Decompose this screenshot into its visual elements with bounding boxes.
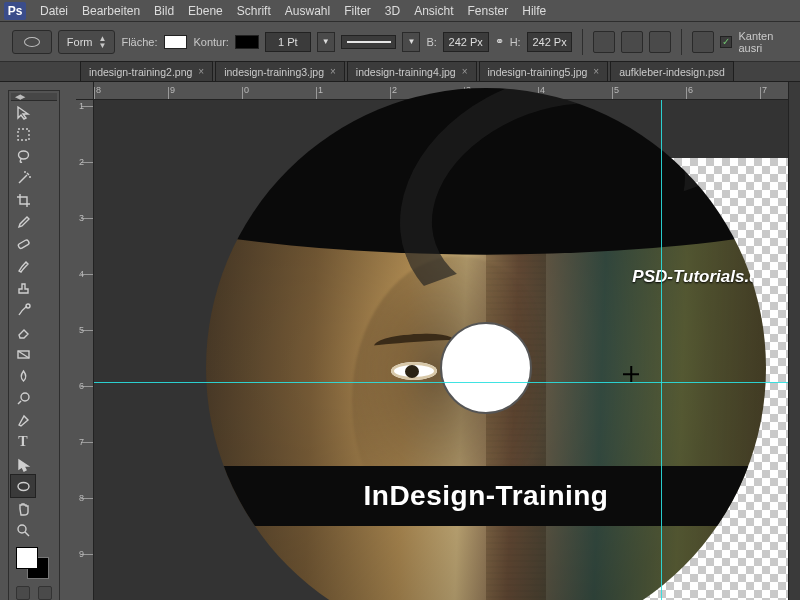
antialias-label: Kanten ausri [738,30,800,54]
stroke-style-dropdown[interactable]: ▼ [402,32,420,52]
fill-label: Fläche: [121,36,157,48]
dodge-tool[interactable] [11,387,35,409]
width-field[interactable]: 242 Px [443,32,489,52]
ellipse-shape-tool[interactable] [11,475,35,497]
guide-vertical[interactable] [661,100,662,600]
height-field[interactable]: 242 Px [527,32,573,52]
stroke-style-picker[interactable] [341,35,397,49]
crop-icon [16,193,31,208]
hand-icon [16,501,31,516]
svg-point-9 [18,151,28,159]
menu-help[interactable]: Hilfe [522,4,546,18]
ruler-origin[interactable] [76,82,94,100]
center-hole [440,322,532,414]
close-icon[interactable]: × [330,66,336,77]
ruler-tick-label: 1 [318,85,323,95]
menu-3d[interactable]: 3D [385,4,400,18]
ruler-vertical[interactable]: 123456789 [76,100,94,600]
eyedropper-tool[interactable] [11,211,35,233]
ruler-tick-label: 9 [170,85,175,95]
svg-point-16 [18,525,26,533]
stroke-width-field[interactable]: 1 Pt [265,32,311,52]
menu-window[interactable]: Fenster [468,4,509,18]
align-button[interactable] [621,31,643,53]
tab-doc-0[interactable]: indesign-training2.png × [80,61,213,81]
blur-tool[interactable] [11,365,35,387]
marquee-icon [16,127,31,142]
menu-layer[interactable]: Ebene [188,4,223,18]
ruler-tick-label: 7 [762,85,767,95]
ruler-tick-label: 2 [79,157,84,167]
link-wh-icon[interactable]: ⚭ [495,35,504,48]
heal-tool[interactable] [11,233,35,255]
arrange-button[interactable] [649,31,671,53]
tab-doc-2[interactable]: indesign-training4.jpg × [347,61,477,81]
svg-point-15 [18,482,29,490]
stroke-swatch[interactable] [235,35,259,49]
panel-dock[interactable] [788,82,800,600]
ruler-tick-label: 8 [96,85,101,95]
type-tool[interactable]: T [11,431,35,453]
standard-mode-button[interactable] [16,586,30,600]
eyedropper-icon [16,215,31,230]
move-tool[interactable] [11,101,35,123]
width-label: B: [426,36,436,48]
menu-type[interactable]: Schrift [237,4,271,18]
ruler-tick-label: 2 [392,85,397,95]
color-swatches[interactable] [13,545,55,581]
guide-horizontal[interactable] [94,382,800,383]
zoom-tool[interactable] [11,519,35,541]
eraser-tool[interactable] [11,321,35,343]
foreground-swatch[interactable] [16,547,38,569]
hand-tool[interactable] [11,497,35,519]
updown-icon: ▲▼ [99,35,107,49]
lasso-tool[interactable] [11,145,35,167]
toolbox: ◀▶ T [8,90,60,600]
tab-doc-3[interactable]: indesign-training5.jpg × [479,61,609,81]
stroke-width-dropdown[interactable]: ▼ [317,32,335,52]
tab-label: indesign-training2.png [89,66,192,78]
svg-rect-8 [18,129,29,140]
tab-label: aufkleber-indesign.psd [619,66,725,78]
history-brush-tool[interactable] [11,299,35,321]
marquee-tool[interactable] [11,123,35,145]
bandaid-icon [16,237,31,252]
gradient-tool[interactable] [11,343,35,365]
menu-view[interactable]: Ansicht [414,4,453,18]
menu-image[interactable]: Bild [154,4,174,18]
tab-label: indesign-training5.jpg [488,66,588,78]
tab-label: indesign-training3.jpg [224,66,324,78]
tab-label: indesign-training4.jpg [356,66,456,78]
title-band: InDesign-Training [206,466,766,526]
menu-filter[interactable]: Filter [344,4,371,18]
lasso-icon [16,149,31,164]
ruler-tick-label: 8 [79,493,84,503]
quickmask-mode-button[interactable] [38,586,52,600]
brush-tool[interactable] [11,255,35,277]
path-ops-button[interactable] [593,31,615,53]
document[interactable]: PSD-Tutorials.de InDesign-Training [426,158,800,600]
tab-doc-4[interactable]: aufkleber-indesign.psd [610,61,734,81]
fill-swatch[interactable] [164,35,188,49]
tool-preset-picker[interactable] [12,30,52,54]
stamp-tool[interactable] [11,277,35,299]
stroke-label: Kontur: [193,36,228,48]
close-icon[interactable]: × [462,66,468,77]
path-select-tool[interactable] [11,453,35,475]
wand-tool[interactable] [11,167,35,189]
shape-options-button[interactable] [692,31,714,53]
antialias-checkbox[interactable]: ✓ [720,36,732,48]
tab-doc-1[interactable]: indesign-training3.jpg × [215,61,345,81]
menu-select[interactable]: Auswahl [285,4,330,18]
toolbox-grip[interactable]: ◀▶ [11,93,57,101]
close-icon[interactable]: × [198,66,204,77]
separator [681,29,682,55]
crop-tool[interactable] [11,189,35,211]
zoom-icon [16,523,31,538]
menu-file[interactable]: Datei [40,4,68,18]
pen-tool[interactable] [11,409,35,431]
menu-edit[interactable]: Bearbeiten [82,4,140,18]
close-icon[interactable]: × [593,66,599,77]
shape-mode-select[interactable]: Form ▲▼ [58,30,116,54]
canvas-area[interactable]: 8901234567 123456789 PSD-Tutorials.de In… [76,82,800,600]
